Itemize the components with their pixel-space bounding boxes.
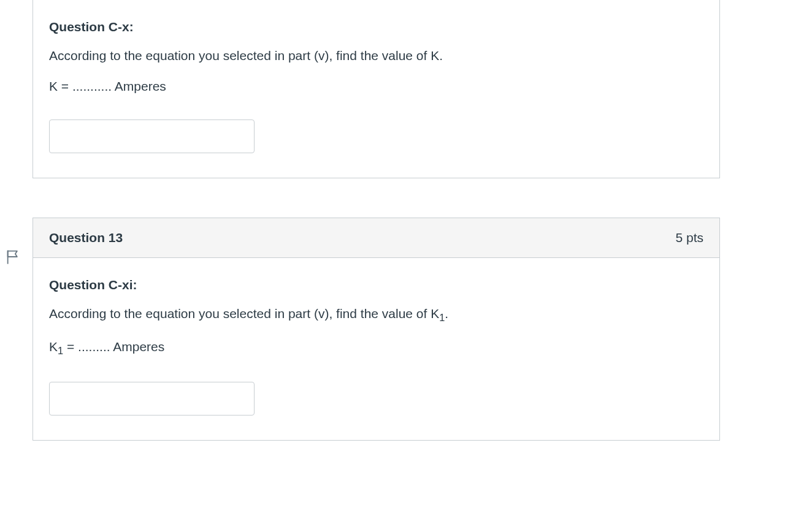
question-card: Question 13 5 pts Question C-xi: Accordi… bbox=[33, 218, 720, 441]
question-blank-line: K1 = ......... Amperes bbox=[49, 338, 703, 359]
question-prompt: According to the equation you selected i… bbox=[49, 47, 703, 65]
question-card: Question C-x: According to the equation … bbox=[33, 0, 720, 178]
question-body: Question C-x: According to the equation … bbox=[33, 0, 719, 178]
answer-input[interactable] bbox=[49, 120, 255, 153]
question-header: Question 13 5 pts bbox=[33, 218, 719, 258]
answer-input[interactable] bbox=[49, 382, 255, 415]
question-prompt: According to the equation you selected i… bbox=[49, 305, 703, 325]
question-subtitle: Question C-x: bbox=[49, 20, 703, 34]
question-subtitle: Question C-xi: bbox=[49, 278, 703, 292]
question-blank-line: K = ........... Amperes bbox=[49, 77, 703, 96]
question-body: Question C-xi: According to the equation… bbox=[33, 258, 719, 440]
flag-icon[interactable] bbox=[5, 248, 22, 265]
question-points: 5 pts bbox=[675, 230, 703, 245]
question-number: Question 13 bbox=[49, 230, 123, 245]
